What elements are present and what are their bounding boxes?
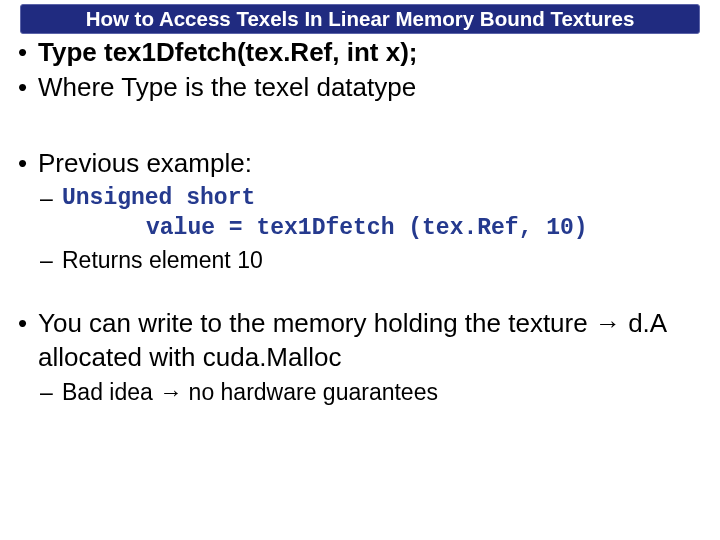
sub-bad-idea-a: Bad idea <box>62 379 159 405</box>
sub-code: Unsigned short value = tex1Dfetch (tex.R… <box>38 184 718 244</box>
bullet-write-memory: You can write to the memory holding the … <box>10 307 718 407</box>
bullet-signature-text: Type tex1Dfetch(tex.Ref, int x); <box>38 37 417 67</box>
bullet-where-type-text: Where Type is the texel datatype <box>38 72 416 102</box>
code-line-1: Unsigned short <box>62 184 718 214</box>
code-line-2: value = tex1Dfetch (tex.Ref, 10) <box>62 214 718 244</box>
sub-bad-idea-b: no hardware guarantees <box>182 379 438 405</box>
slide-title-bar: How to Access Texels In Linear Memory Bo… <box>20 4 700 34</box>
slide-body: Type tex1Dfetch(tex.Ref, int x); Where T… <box>0 34 720 408</box>
slide-title: How to Access Texels In Linear Memory Bo… <box>86 7 635 30</box>
bullet-write-memory-a: You can write to the memory holding the … <box>38 308 595 338</box>
arrow-icon: → <box>595 308 621 338</box>
arrow-icon: → <box>159 379 182 405</box>
sub-returns-text: Returns element 10 <box>62 247 263 273</box>
bullet-signature: Type tex1Dfetch(tex.Ref, int x); <box>10 36 718 69</box>
sub-returns: Returns element 10 <box>38 246 718 276</box>
bullet-prev-example-text: Previous example: <box>38 148 252 178</box>
bullet-where-type: Where Type is the texel datatype <box>10 71 718 104</box>
bullet-prev-example: Previous example: Unsigned short value =… <box>10 147 718 276</box>
sub-bad-idea: Bad idea → no hardware guarantees <box>38 378 718 408</box>
